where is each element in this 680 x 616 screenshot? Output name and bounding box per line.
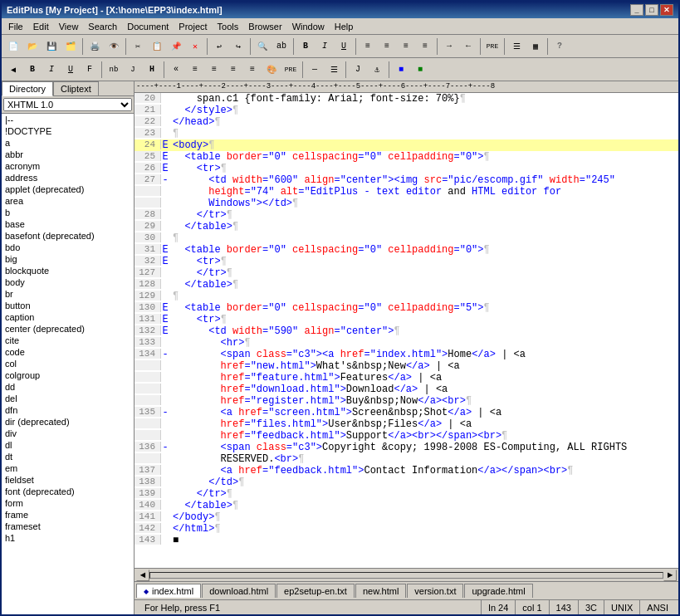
find-button[interactable]: 🔍 bbox=[253, 37, 272, 56]
dir-item[interactable]: applet (deprecated) bbox=[2, 183, 134, 195]
align2-button[interactable]: ≡ bbox=[186, 61, 204, 79]
list2-button[interactable]: ☰ bbox=[325, 61, 343, 79]
directory-list[interactable]: |-- !DOCTYPE a abbr acronym address appl… bbox=[2, 114, 134, 614]
dir-item[interactable]: |-- bbox=[2, 114, 134, 125]
align-left-button[interactable]: ≡ bbox=[359, 37, 377, 56]
horizontal-scrollbar[interactable]: ◄ ► bbox=[135, 568, 678, 581]
underline2-button[interactable]: U bbox=[61, 61, 80, 79]
blockquote-btn[interactable]: « bbox=[167, 61, 185, 79]
dir-item[interactable]: base bbox=[2, 218, 134, 230]
align-right-button[interactable]: ≡ bbox=[397, 37, 415, 56]
heading-button[interactable]: H bbox=[143, 61, 161, 79]
help-button[interactable]: ? bbox=[550, 37, 569, 56]
dir-item[interactable]: address bbox=[2, 172, 134, 183]
dir-item[interactable]: !DOCTYPE bbox=[2, 125, 134, 137]
pre-button[interactable]: PRE bbox=[483, 37, 501, 56]
save-button[interactable]: 💾 bbox=[42, 37, 61, 56]
print-preview-button[interactable]: 👁️ bbox=[105, 37, 123, 56]
dir-item[interactable]: caption bbox=[2, 311, 134, 323]
menu-file[interactable]: File bbox=[3, 20, 28, 33]
save-all-button[interactable]: 🗂️ bbox=[61, 37, 80, 56]
menu-edit[interactable]: Edit bbox=[28, 20, 54, 33]
dir-item[interactable]: col bbox=[2, 358, 134, 369]
delete-button[interactable]: ✕ bbox=[186, 37, 204, 56]
dir-item[interactable]: dir (deprecated) bbox=[2, 416, 134, 428]
dir-item[interactable]: cite bbox=[2, 335, 134, 346]
center2-button[interactable]: ≡ bbox=[205, 61, 223, 79]
dir-item[interactable]: h1 bbox=[2, 532, 134, 544]
bold2-button[interactable]: B bbox=[23, 61, 42, 79]
indent-button[interactable]: → bbox=[440, 37, 458, 56]
align-center-button[interactable]: ≡ bbox=[378, 37, 396, 56]
menu-view[interactable]: View bbox=[54, 20, 84, 33]
dir-item[interactable]: font (deprecated) bbox=[2, 486, 134, 497]
redo-button[interactable]: ↪ bbox=[229, 37, 247, 56]
tab-directory[interactable]: Directory bbox=[2, 81, 53, 96]
menu-help[interactable]: Help bbox=[330, 20, 359, 33]
open-button[interactable]: 📂 bbox=[23, 37, 42, 56]
dir-item[interactable]: blockquote bbox=[2, 265, 134, 276]
undo-button[interactable]: ↩ bbox=[210, 37, 228, 56]
nb-button[interactable]: nb bbox=[105, 61, 123, 79]
cut-button[interactable]: ✂️ bbox=[129, 37, 147, 56]
color3-button[interactable]: ■ bbox=[411, 61, 429, 79]
right2-button[interactable]: ≡ bbox=[224, 61, 242, 79]
italic2-button[interactable]: I bbox=[42, 61, 61, 79]
menu-window[interactable]: Window bbox=[287, 20, 330, 33]
dir-item[interactable]: bdo bbox=[2, 242, 134, 253]
dir-item[interactable]: dfn bbox=[2, 404, 134, 416]
list3-button[interactable]: J bbox=[349, 61, 367, 79]
outdent-button[interactable]: ← bbox=[459, 37, 477, 56]
dir-item[interactable]: abbr bbox=[2, 149, 134, 160]
scroll-track[interactable] bbox=[149, 572, 663, 579]
scroll-left-button[interactable]: ◄ bbox=[136, 570, 149, 581]
dir-item[interactable]: center (deprecated) bbox=[2, 323, 134, 335]
tab-index-html[interactable]: ◆ index.html bbox=[136, 584, 201, 598]
dir-item[interactable]: fieldset bbox=[2, 474, 134, 486]
align-justify-button[interactable]: ≡ bbox=[416, 37, 434, 56]
dir-item[interactable]: button bbox=[2, 300, 134, 311]
dir-item[interactable]: area bbox=[2, 195, 134, 207]
dir-item[interactable]: frameset bbox=[2, 521, 134, 532]
scroll-right-button[interactable]: ► bbox=[663, 570, 677, 581]
dir-item[interactable]: em bbox=[2, 462, 134, 474]
font-button[interactable]: F bbox=[81, 61, 99, 79]
rule-button[interactable]: — bbox=[306, 61, 324, 79]
replace-button[interactable]: ab bbox=[272, 37, 291, 56]
anchor-button[interactable]: ⚓ bbox=[368, 61, 386, 79]
tab-download-html[interactable]: download.html bbox=[202, 584, 276, 598]
tab-upgrade-html[interactable]: upgrade.html bbox=[464, 584, 532, 598]
browser-back-button[interactable]: ◀ bbox=[4, 61, 22, 79]
pre2-button[interactable]: PRE bbox=[281, 61, 300, 79]
dir-item[interactable]: frame bbox=[2, 509, 134, 521]
dir-item[interactable]: a bbox=[2, 137, 134, 149]
dir-item[interactable]: basefont (deprecated) bbox=[2, 230, 134, 242]
menu-tools[interactable]: Tools bbox=[213, 20, 244, 33]
underline-button[interactable]: U bbox=[335, 37, 353, 56]
dir-item[interactable]: body bbox=[2, 276, 134, 288]
close-button[interactable]: ✕ bbox=[660, 4, 673, 16]
table-button[interactable]: ▦ bbox=[526, 37, 545, 56]
justify2-button[interactable]: ≡ bbox=[243, 61, 262, 79]
menu-project[interactable]: Project bbox=[174, 20, 212, 33]
minimize-button[interactable]: _ bbox=[630, 4, 643, 16]
menu-browser[interactable]: Browser bbox=[243, 20, 286, 33]
dir-item[interactable]: dt bbox=[2, 451, 134, 462]
menu-document[interactable]: Document bbox=[122, 20, 174, 33]
dir-item[interactable]: br bbox=[2, 288, 134, 300]
copy-button[interactable]: 📋 bbox=[148, 37, 166, 56]
italic-button[interactable]: I bbox=[316, 37, 334, 56]
tab-ep2setup[interactable]: ep2setup-en.txt bbox=[276, 584, 355, 598]
dir-item[interactable]: b bbox=[2, 207, 134, 218]
paste-button[interactable]: 📌 bbox=[167, 37, 185, 56]
print-button[interactable]: 🖨️ bbox=[86, 37, 104, 56]
color2-button[interactable]: ■ bbox=[392, 61, 410, 79]
code-editor[interactable]: 20 span.c1 {font-family: Arial; font-siz… bbox=[135, 93, 678, 568]
nobr-button[interactable]: J bbox=[124, 61, 142, 79]
tab-new-html[interactable]: new.html bbox=[355, 584, 406, 598]
new-button[interactable]: 📄 bbox=[4, 37, 22, 56]
dir-item[interactable]: dd bbox=[2, 381, 134, 393]
dir-item[interactable]: acronym bbox=[2, 160, 134, 172]
color-button[interactable]: 🎨 bbox=[262, 61, 281, 79]
dir-item[interactable]: dl bbox=[2, 439, 134, 451]
